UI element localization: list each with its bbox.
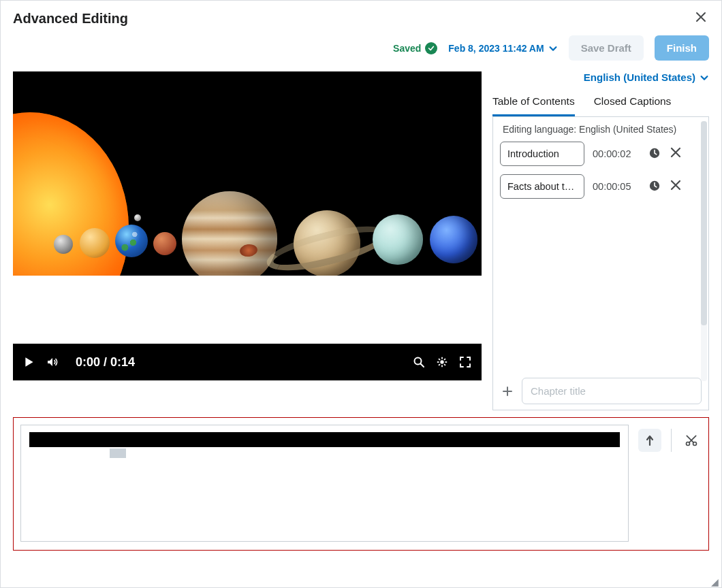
close-icon[interactable] xyxy=(693,9,709,29)
panel-scrollbar[interactable] xyxy=(701,121,707,381)
toc-panel-body: Editing language: English (United States… xyxy=(493,117,708,372)
mars xyxy=(153,232,176,255)
timeline-section xyxy=(13,417,709,551)
clock-icon[interactable] xyxy=(648,180,662,193)
video-controls: 0:00 / 0:14 xyxy=(13,344,482,380)
search-icon[interactable] xyxy=(412,355,426,369)
editing-language-text: Editing language: English (United States… xyxy=(503,124,699,135)
clock-icon[interactable] xyxy=(648,147,662,161)
timeline-controls xyxy=(638,425,702,452)
toc-row: Introduction 00:00:02 xyxy=(500,142,699,166)
fullscreen-icon[interactable] xyxy=(458,355,472,369)
timeline-canvas[interactable] xyxy=(20,425,629,542)
toc-title-input[interactable]: Facts about t… xyxy=(500,174,584,199)
toc-row: Facts about t… 00:00:05 xyxy=(500,174,699,199)
resize-grip: ◢ xyxy=(711,578,719,585)
video-frame-image xyxy=(13,71,482,380)
action-bar: Saved Feb 8, 2023 11:42 AM Save Draft Fi… xyxy=(1,29,721,71)
saved-status: Saved xyxy=(393,42,437,54)
timeline-playhead[interactable] xyxy=(110,448,126,458)
earth xyxy=(115,225,148,257)
play-icon[interactable] xyxy=(22,355,36,369)
language-selector[interactable]: English (United States) xyxy=(492,71,709,91)
cut-button[interactable] xyxy=(681,430,702,451)
add-chapter-button[interactable] xyxy=(500,384,515,399)
page-title: Advanced Editing xyxy=(13,11,128,27)
saturn xyxy=(273,203,382,284)
chevron-down-icon xyxy=(700,73,709,82)
gear-icon[interactable] xyxy=(435,355,449,369)
video-column: 0:00 / 0:14 xyxy=(13,71,482,410)
svg-point-1 xyxy=(440,360,443,363)
toc-panel-footer xyxy=(493,372,708,410)
check-circle-icon xyxy=(425,42,437,54)
side-panel: English (United States) Table of Content… xyxy=(492,71,709,410)
venus xyxy=(80,228,110,258)
tab-table-of-contents[interactable]: Table of Contents xyxy=(492,91,575,116)
slide-lower-band xyxy=(13,276,482,349)
moon xyxy=(134,214,141,221)
video-time-display: 0:00 / 0:14 xyxy=(76,355,135,370)
mercury xyxy=(54,235,73,254)
header: Advanced Editing xyxy=(1,1,721,29)
chapter-title-input[interactable] xyxy=(522,378,702,404)
finish-button[interactable]: Finish xyxy=(655,35,709,61)
timestamp-text: Feb 8, 2023 11:42 AM xyxy=(448,43,544,54)
neptune xyxy=(430,216,477,263)
timeline-mark-button[interactable] xyxy=(638,429,661,452)
language-label: English (United States) xyxy=(584,71,695,83)
timeline-track[interactable] xyxy=(29,432,620,447)
delete-icon[interactable] xyxy=(670,147,684,161)
video-player[interactable]: 0:00 / 0:14 xyxy=(13,71,482,380)
volume-icon[interactable] xyxy=(46,355,59,369)
toc-panel: Editing language: English (United States… xyxy=(492,116,709,410)
divider xyxy=(671,429,672,452)
editor-window: Advanced Editing Saved Feb 8, 2023 11:42… xyxy=(0,0,722,588)
toc-title-input[interactable]: Introduction xyxy=(500,142,584,166)
saved-label: Saved xyxy=(393,43,421,54)
toc-time: 00:00:02 xyxy=(593,148,640,159)
main-content: 0:00 / 0:14 English (United States) xyxy=(1,71,721,410)
timestamp-dropdown[interactable]: Feb 8, 2023 11:42 AM xyxy=(448,43,557,54)
jupiter xyxy=(182,191,277,287)
toc-time: 00:00:05 xyxy=(593,181,640,192)
tab-closed-captions[interactable]: Closed Captions xyxy=(594,91,672,116)
tabs: Table of Contents Closed Captions xyxy=(492,91,709,116)
uranus xyxy=(373,214,423,265)
save-draft-button[interactable]: Save Draft xyxy=(569,35,644,61)
chevron-down-icon xyxy=(548,44,558,53)
delete-icon[interactable] xyxy=(670,180,684,193)
